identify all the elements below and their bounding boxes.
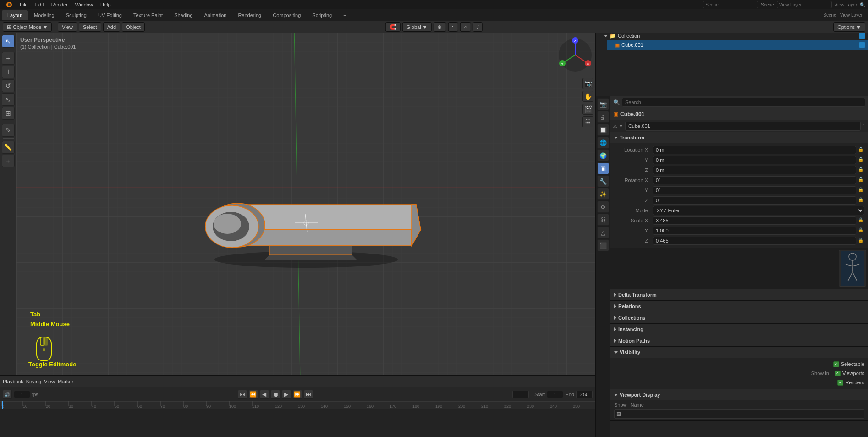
next-keyframe-btn[interactable]: ⏩	[293, 390, 302, 399]
visibility-header[interactable]: Visibility	[610, 347, 868, 358]
tool-rotate[interactable]: ↺	[2, 79, 15, 92]
menu-edit[interactable]: Edit	[32, 1, 47, 8]
viewport-render-btn[interactable]: 🎬	[582, 104, 593, 115]
tool-settings[interactable]: /	[473, 22, 483, 32]
prop-search-input[interactable]	[622, 98, 865, 107]
selectable-checkbox[interactable]: ✓	[833, 361, 839, 367]
camera-view-btn[interactable]: 📷	[582, 78, 593, 89]
prop-material-icon[interactable]: ⬛	[597, 239, 609, 251]
delta-header[interactable]: Delta Transform	[610, 289, 868, 300]
rotation-y-value[interactable]: 0°	[653, 186, 856, 194]
tool-add[interactable]: +	[2, 155, 15, 167]
prev-keyframe-btn[interactable]: ⏪	[249, 390, 258, 399]
prop-constraints-icon[interactable]: ⛓	[597, 214, 609, 226]
tab-scripting[interactable]: Scripting	[307, 10, 337, 20]
scale-x-lock[interactable]: 🔒	[858, 217, 864, 224]
playback-label[interactable]: Playback	[3, 379, 23, 384]
pivot-point[interactable]: ⊕	[433, 22, 446, 32]
prop-scene-icon[interactable]: 🌐	[597, 137, 609, 149]
tool-cursor[interactable]: +	[2, 52, 15, 65]
view-menu[interactable]: View	[58, 22, 77, 32]
renders-checkbox[interactable]: ✓	[837, 380, 843, 386]
location-z-value[interactable]: 0 m	[653, 166, 856, 174]
tool-measure[interactable]: 📏	[2, 141, 15, 154]
play-reverse-btn[interactable]: ◀	[260, 390, 269, 399]
scale-z-value[interactable]: 0.465	[653, 237, 856, 245]
menu-render[interactable]: Render	[48, 1, 71, 8]
location-z-lock[interactable]: 🔒	[858, 167, 864, 173]
tool-scale[interactable]: ⤡	[2, 93, 15, 106]
add-menu[interactable]: Add	[103, 22, 121, 32]
options-button[interactable]: Options ▼	[833, 22, 865, 32]
timeline-content-area[interactable]	[0, 409, 595, 437]
viewport-3d[interactable]: User Perspective (1) Collection | Cube.0…	[16, 33, 595, 375]
prop-render-icon[interactable]: 📷	[597, 98, 609, 110]
viewport-pan-btn[interactable]: ✋	[582, 91, 593, 102]
select-menu[interactable]: Select	[79, 22, 101, 32]
relations-header[interactable]: Relations	[610, 301, 868, 312]
motion-paths-header[interactable]: Motion Paths	[610, 335, 868, 346]
tool-select[interactable]: ↖	[2, 35, 15, 48]
location-y-lock[interactable]: 🔒	[858, 157, 864, 163]
play-btn[interactable]: ▶	[282, 390, 291, 399]
rotation-mode-select[interactable]: XYZ Euler	[653, 206, 864, 215]
snap-icon[interactable]: 🧲	[385, 22, 401, 32]
view-label[interactable]: View	[44, 379, 55, 384]
prop-world-icon[interactable]: 🌍	[597, 149, 609, 161]
prop-physics-icon[interactable]: ⚙	[597, 201, 609, 213]
tab-compositing[interactable]: Compositing	[267, 10, 306, 20]
play-pause-btn[interactable]: ⏺	[271, 390, 280, 399]
outliner-cube001[interactable]: ▣ Cube.001	[607, 40, 868, 50]
tab-sculpting[interactable]: Sculpting	[60, 10, 92, 20]
collection-vis[interactable]	[859, 33, 865, 39]
object-menu[interactable]: Object	[122, 22, 145, 32]
start-frame-input[interactable]: 1	[547, 391, 563, 398]
blender-menu[interactable]	[3, 0, 16, 9]
cube-vis[interactable]	[859, 42, 865, 48]
rotation-x-lock[interactable]: 🔒	[858, 177, 864, 183]
transform-global[interactable]: Global ▼	[402, 22, 432, 32]
rotation-x-value[interactable]: 0°	[653, 176, 856, 184]
menu-window[interactable]: Window	[72, 1, 96, 8]
prop-data-icon[interactable]: △	[597, 227, 609, 238]
transform-header[interactable]: Transform	[610, 132, 868, 143]
tab-uv-editing[interactable]: UV Editing	[93, 10, 127, 20]
tab-animation[interactable]: Animation	[199, 10, 232, 20]
tab-modeling[interactable]: Modeling	[28, 10, 60, 20]
tab-add-workspace[interactable]: +	[338, 10, 352, 20]
tool-move[interactable]: ✛	[2, 66, 15, 78]
prop-object-icon[interactable]: ▣	[597, 162, 609, 174]
viewport-display-header[interactable]: Viewport Display	[610, 389, 868, 400]
collections-header[interactable]: Collections	[610, 312, 868, 323]
instancing-header[interactable]: Instancing	[610, 324, 868, 335]
current-frame-display[interactable]: 1	[512, 391, 529, 398]
jump-start-btn[interactable]: ⏮	[238, 390, 247, 399]
viewports-checkbox[interactable]: ✓	[835, 371, 841, 376]
rotation-z-lock[interactable]: 🔒	[858, 197, 864, 204]
prop-output-icon[interactable]: 🖨	[597, 111, 609, 123]
rotation-y-lock[interactable]: 🔒	[858, 187, 864, 194]
object-mode-dropdown[interactable]: ⊞ Object Mode ▼	[3, 22, 52, 32]
marker-label[interactable]: Marker	[58, 379, 73, 384]
scale-y-lock[interactable]: 🔒	[858, 227, 864, 234]
keying-label[interactable]: Keying	[26, 379, 42, 384]
snap-toggle[interactable]: ⋅	[448, 22, 458, 32]
tab-shading[interactable]: Shading	[169, 10, 198, 20]
rotation-z-value[interactable]: 0°	[653, 196, 856, 205]
prop-modifier-icon[interactable]: 🔧	[597, 175, 609, 187]
tool-annotate[interactable]: ✎	[2, 124, 15, 137]
scale-x-value[interactable]: 3.485	[653, 216, 856, 225]
location-y-value[interactable]: 0 m	[653, 156, 856, 164]
tab-texture-paint[interactable]: Texture Paint	[128, 10, 168, 20]
prop-mesh-name-input[interactable]	[625, 122, 861, 131]
jump-end-btn[interactable]: ⏭	[304, 390, 313, 399]
end-frame-input[interactable]: 250	[576, 391, 593, 398]
location-x-lock[interactable]: 🔒	[858, 147, 864, 153]
proportional-edit[interactable]: ○	[460, 22, 471, 32]
menu-file[interactable]: File	[16, 1, 31, 8]
scale-y-value[interactable]: 1.000	[653, 227, 856, 235]
tab-rendering[interactable]: Rendering	[232, 10, 267, 20]
scene-name-input[interactable]	[703, 1, 758, 8]
prop-particles-icon[interactable]: ✨	[597, 188, 609, 200]
prop-viewlayer-icon[interactable]: 🔲	[597, 124, 609, 136]
